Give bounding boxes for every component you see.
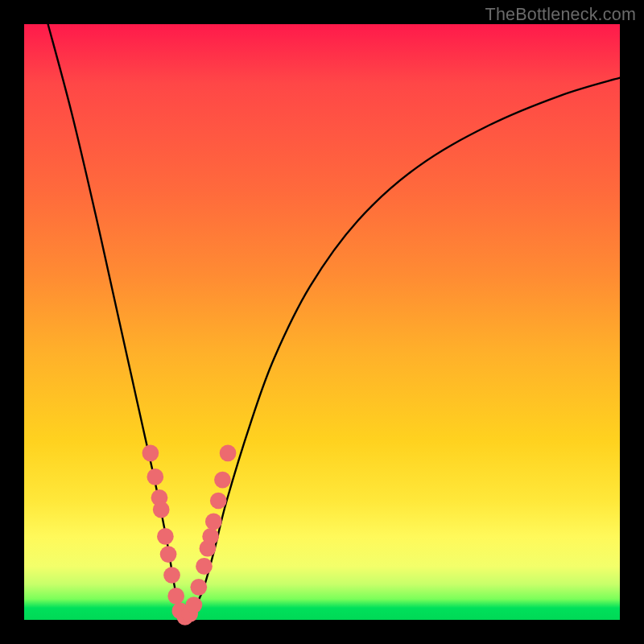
- sample-dot: [147, 469, 163, 485]
- sample-dot: [163, 567, 180, 584]
- sample-dots-group: [142, 444, 237, 625]
- sample-dot: [196, 558, 213, 575]
- sample-dot: [210, 493, 227, 510]
- plot-area: [24, 24, 620, 620]
- sample-dot: [205, 514, 222, 530]
- sample-dot: [157, 528, 174, 545]
- sample-dot: [190, 579, 207, 596]
- chart-svg: [24, 24, 620, 620]
- sample-dot: [160, 546, 177, 563]
- chart-frame: TheBottleneck.com: [0, 0, 644, 644]
- bottleneck-curve: [48, 24, 620, 620]
- sample-dot: [186, 597, 203, 613]
- sample-dot: [167, 588, 184, 605]
- sample-dot: [214, 472, 231, 489]
- sample-dot: [202, 528, 219, 545]
- watermark-text: TheBottleneck.com: [485, 5, 636, 25]
- sample-dot: [220, 444, 237, 461]
- sample-dot: [153, 502, 170, 518]
- sample-dot: [142, 444, 159, 461]
